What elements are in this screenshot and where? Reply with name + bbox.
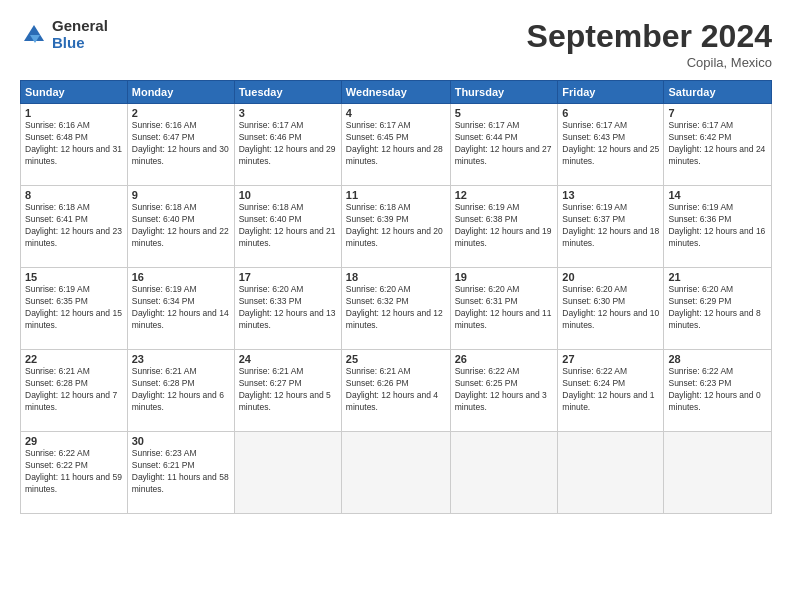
calendar-cell: 12 Sunrise: 6:19 AMSunset: 6:38 PMDaylig… bbox=[450, 186, 558, 268]
day-number: 2 bbox=[132, 107, 230, 119]
day-number: 22 bbox=[25, 353, 123, 365]
day-number: 13 bbox=[562, 189, 659, 201]
calendar-cell: 29 Sunrise: 6:22 AMSunset: 6:22 PMDaylig… bbox=[21, 432, 128, 514]
calendar-cell: 23 Sunrise: 6:21 AMSunset: 6:28 PMDaylig… bbox=[127, 350, 234, 432]
calendar-week-row: 29 Sunrise: 6:22 AMSunset: 6:22 PMDaylig… bbox=[21, 432, 772, 514]
day-info: Sunrise: 6:18 AMSunset: 6:39 PMDaylight:… bbox=[346, 202, 446, 250]
day-number: 23 bbox=[132, 353, 230, 365]
logo-text: General Blue bbox=[52, 18, 108, 51]
day-number: 11 bbox=[346, 189, 446, 201]
day-number: 1 bbox=[25, 107, 123, 119]
day-info: Sunrise: 6:19 AMSunset: 6:35 PMDaylight:… bbox=[25, 284, 123, 332]
day-number: 16 bbox=[132, 271, 230, 283]
day-info: Sunrise: 6:23 AMSunset: 6:21 PMDaylight:… bbox=[132, 448, 230, 496]
day-info: Sunrise: 6:22 AMSunset: 6:22 PMDaylight:… bbox=[25, 448, 123, 496]
calendar-cell: 16 Sunrise: 6:19 AMSunset: 6:34 PMDaylig… bbox=[127, 268, 234, 350]
calendar-cell: 4 Sunrise: 6:17 AMSunset: 6:45 PMDayligh… bbox=[341, 104, 450, 186]
calendar-cell bbox=[234, 432, 341, 514]
calendar-week-row: 22 Sunrise: 6:21 AMSunset: 6:28 PMDaylig… bbox=[21, 350, 772, 432]
day-number: 28 bbox=[668, 353, 767, 365]
calendar-cell: 24 Sunrise: 6:21 AMSunset: 6:27 PMDaylig… bbox=[234, 350, 341, 432]
col-header-friday: Friday bbox=[558, 81, 664, 104]
day-info: Sunrise: 6:17 AMSunset: 6:42 PMDaylight:… bbox=[668, 120, 767, 168]
day-number: 3 bbox=[239, 107, 337, 119]
calendar-cell: 10 Sunrise: 6:18 AMSunset: 6:40 PMDaylig… bbox=[234, 186, 341, 268]
calendar-cell: 26 Sunrise: 6:22 AMSunset: 6:25 PMDaylig… bbox=[450, 350, 558, 432]
day-number: 9 bbox=[132, 189, 230, 201]
calendar-cell: 28 Sunrise: 6:22 AMSunset: 6:23 PMDaylig… bbox=[664, 350, 772, 432]
day-info: Sunrise: 6:16 AMSunset: 6:47 PMDaylight:… bbox=[132, 120, 230, 168]
calendar-cell: 3 Sunrise: 6:17 AMSunset: 6:46 PMDayligh… bbox=[234, 104, 341, 186]
calendar-cell: 25 Sunrise: 6:21 AMSunset: 6:26 PMDaylig… bbox=[341, 350, 450, 432]
calendar-table: SundayMondayTuesdayWednesdayThursdayFrid… bbox=[20, 80, 772, 514]
calendar-header-row: SundayMondayTuesdayWednesdayThursdayFrid… bbox=[21, 81, 772, 104]
day-number: 12 bbox=[455, 189, 554, 201]
day-number: 17 bbox=[239, 271, 337, 283]
day-info: Sunrise: 6:22 AMSunset: 6:24 PMDaylight:… bbox=[562, 366, 659, 414]
day-info: Sunrise: 6:18 AMSunset: 6:41 PMDaylight:… bbox=[25, 202, 123, 250]
day-info: Sunrise: 6:21 AMSunset: 6:28 PMDaylight:… bbox=[132, 366, 230, 414]
calendar-cell bbox=[341, 432, 450, 514]
col-header-tuesday: Tuesday bbox=[234, 81, 341, 104]
calendar-cell: 22 Sunrise: 6:21 AMSunset: 6:28 PMDaylig… bbox=[21, 350, 128, 432]
day-info: Sunrise: 6:20 AMSunset: 6:29 PMDaylight:… bbox=[668, 284, 767, 332]
day-info: Sunrise: 6:17 AMSunset: 6:43 PMDaylight:… bbox=[562, 120, 659, 168]
calendar-week-row: 1 Sunrise: 6:16 AMSunset: 6:48 PMDayligh… bbox=[21, 104, 772, 186]
col-header-thursday: Thursday bbox=[450, 81, 558, 104]
month-title: September 2024 bbox=[527, 18, 772, 55]
day-info: Sunrise: 6:16 AMSunset: 6:48 PMDaylight:… bbox=[25, 120, 123, 168]
calendar-cell: 27 Sunrise: 6:22 AMSunset: 6:24 PMDaylig… bbox=[558, 350, 664, 432]
calendar-cell: 20 Sunrise: 6:20 AMSunset: 6:30 PMDaylig… bbox=[558, 268, 664, 350]
day-info: Sunrise: 6:19 AMSunset: 6:38 PMDaylight:… bbox=[455, 202, 554, 250]
day-number: 26 bbox=[455, 353, 554, 365]
day-info: Sunrise: 6:17 AMSunset: 6:46 PMDaylight:… bbox=[239, 120, 337, 168]
calendar-cell: 5 Sunrise: 6:17 AMSunset: 6:44 PMDayligh… bbox=[450, 104, 558, 186]
calendar-week-row: 15 Sunrise: 6:19 AMSunset: 6:35 PMDaylig… bbox=[21, 268, 772, 350]
day-number: 24 bbox=[239, 353, 337, 365]
day-number: 19 bbox=[455, 271, 554, 283]
calendar-cell bbox=[558, 432, 664, 514]
col-header-wednesday: Wednesday bbox=[341, 81, 450, 104]
calendar-cell: 17 Sunrise: 6:20 AMSunset: 6:33 PMDaylig… bbox=[234, 268, 341, 350]
location-subtitle: Copila, Mexico bbox=[527, 55, 772, 70]
calendar-cell bbox=[664, 432, 772, 514]
logo-blue: Blue bbox=[52, 35, 108, 52]
col-header-sunday: Sunday bbox=[21, 81, 128, 104]
day-info: Sunrise: 6:21 AMSunset: 6:26 PMDaylight:… bbox=[346, 366, 446, 414]
day-number: 18 bbox=[346, 271, 446, 283]
calendar-cell: 14 Sunrise: 6:19 AMSunset: 6:36 PMDaylig… bbox=[664, 186, 772, 268]
calendar-cell: 13 Sunrise: 6:19 AMSunset: 6:37 PMDaylig… bbox=[558, 186, 664, 268]
day-number: 27 bbox=[562, 353, 659, 365]
calendar-cell: 2 Sunrise: 6:16 AMSunset: 6:47 PMDayligh… bbox=[127, 104, 234, 186]
calendar-cell bbox=[450, 432, 558, 514]
day-number: 10 bbox=[239, 189, 337, 201]
day-info: Sunrise: 6:17 AMSunset: 6:45 PMDaylight:… bbox=[346, 120, 446, 168]
logo-general: General bbox=[52, 18, 108, 35]
col-header-saturday: Saturday bbox=[664, 81, 772, 104]
calendar-cell: 19 Sunrise: 6:20 AMSunset: 6:31 PMDaylig… bbox=[450, 268, 558, 350]
col-header-monday: Monday bbox=[127, 81, 234, 104]
day-number: 4 bbox=[346, 107, 446, 119]
day-number: 6 bbox=[562, 107, 659, 119]
day-info: Sunrise: 6:18 AMSunset: 6:40 PMDaylight:… bbox=[239, 202, 337, 250]
calendar-cell: 8 Sunrise: 6:18 AMSunset: 6:41 PMDayligh… bbox=[21, 186, 128, 268]
calendar-cell: 9 Sunrise: 6:18 AMSunset: 6:40 PMDayligh… bbox=[127, 186, 234, 268]
day-info: Sunrise: 6:22 AMSunset: 6:23 PMDaylight:… bbox=[668, 366, 767, 414]
calendar-week-row: 8 Sunrise: 6:18 AMSunset: 6:41 PMDayligh… bbox=[21, 186, 772, 268]
calendar-cell: 6 Sunrise: 6:17 AMSunset: 6:43 PMDayligh… bbox=[558, 104, 664, 186]
day-info: Sunrise: 6:20 AMSunset: 6:31 PMDaylight:… bbox=[455, 284, 554, 332]
day-number: 5 bbox=[455, 107, 554, 119]
calendar-cell: 18 Sunrise: 6:20 AMSunset: 6:32 PMDaylig… bbox=[341, 268, 450, 350]
day-number: 8 bbox=[25, 189, 123, 201]
day-number: 20 bbox=[562, 271, 659, 283]
day-info: Sunrise: 6:20 AMSunset: 6:33 PMDaylight:… bbox=[239, 284, 337, 332]
day-info: Sunrise: 6:22 AMSunset: 6:25 PMDaylight:… bbox=[455, 366, 554, 414]
day-info: Sunrise: 6:20 AMSunset: 6:30 PMDaylight:… bbox=[562, 284, 659, 332]
day-info: Sunrise: 6:20 AMSunset: 6:32 PMDaylight:… bbox=[346, 284, 446, 332]
day-number: 25 bbox=[346, 353, 446, 365]
day-number: 7 bbox=[668, 107, 767, 119]
logo-icon bbox=[20, 21, 48, 49]
day-info: Sunrise: 6:19 AMSunset: 6:37 PMDaylight:… bbox=[562, 202, 659, 250]
calendar-cell: 7 Sunrise: 6:17 AMSunset: 6:42 PMDayligh… bbox=[664, 104, 772, 186]
day-number: 14 bbox=[668, 189, 767, 201]
